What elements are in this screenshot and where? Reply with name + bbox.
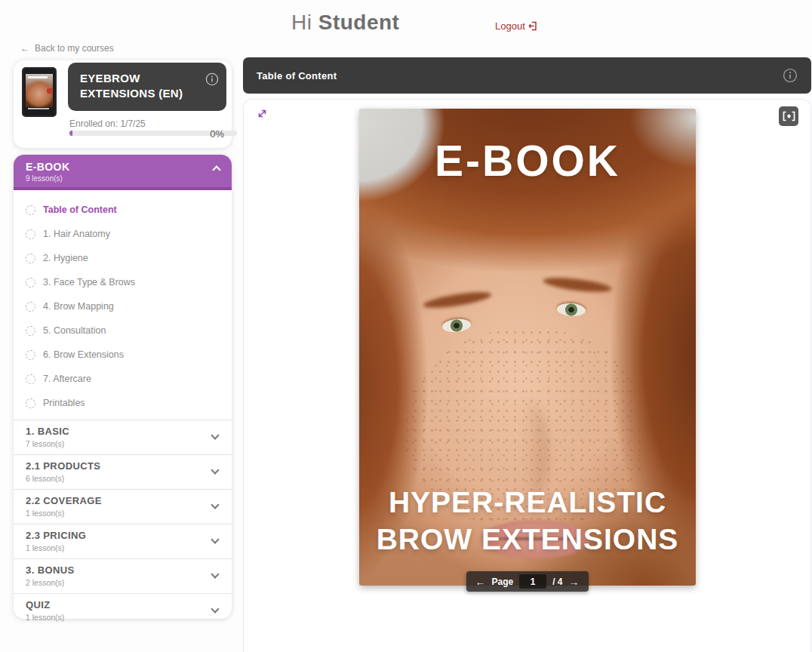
section-title: 2.2 COVERAGE [26, 495, 221, 506]
lesson-status-icon [26, 302, 35, 312]
section-lesson-count: 9 lesson(s) [26, 174, 221, 183]
greeting-username: Student [318, 11, 400, 34]
ebook-viewer-panel: E-BOOK HYPER-REALISTIC BROW EXTENSIONS ←… [243, 99, 811, 652]
lesson-label: 3. Face Type & Brows [43, 277, 135, 288]
section-title: 2.3 PRICING [26, 530, 221, 541]
section-header-quiz[interactable]: QUIZ 1 lesson(s) [14, 594, 232, 628]
section-header-pricing[interactable]: 2.3 PRICING 1 lesson(s) [14, 524, 232, 558]
lesson-title: Table of Content [257, 70, 783, 82]
logout-icon [528, 21, 538, 31]
course-progress-fill [69, 131, 72, 136]
section-header-ebook[interactable]: E-BOOK 9 lesson(s) [14, 155, 232, 190]
lesson-status-icon [26, 229, 35, 239]
section-header-basic[interactable]: 1. BASIC 7 lesson(s) [14, 420, 232, 454]
lesson-status-icon [26, 398, 35, 408]
lesson-label: 2. Hygiene [43, 253, 88, 263]
lesson-item-hygiene[interactable]: 2. Hygiene [14, 246, 232, 270]
lesson-item-brow-extensions[interactable]: 6. Brow Extensions [14, 343, 232, 367]
logout-label: Logout [495, 20, 525, 32]
lesson-label: Table of Content [43, 205, 117, 215]
ebook-cover-page[interactable]: E-BOOK HYPER-REALISTIC BROW EXTENSIONS [359, 109, 696, 586]
section-header-coverage[interactable]: 2.2 COVERAGE 1 lesson(s) [14, 490, 232, 524]
section-title: QUIZ [26, 599, 221, 610]
page-greeting: Hi Student [291, 11, 399, 35]
lesson-item-brow-mapping[interactable]: 4. Brow Mapping [14, 294, 232, 318]
lesson-label: 7. Aftercare [43, 374, 91, 384]
back-to-courses-link[interactable]: ← Back to my courses [20, 43, 114, 54]
lesson-item-table-of-content[interactable]: Table of Content [14, 198, 232, 222]
lesson-status-icon [26, 374, 35, 384]
back-link-label: Back to my courses [35, 43, 114, 54]
portrait-eye [441, 318, 471, 333]
cover-subtitle: HYPER-REALISTIC BROW EXTENSIONS [359, 484, 696, 558]
section-title: 3. BONUS [26, 564, 221, 576]
section-title: 1. BASIC [26, 426, 221, 437]
lesson-item-hair-anatomy[interactable]: 1. Hair Anatomy [14, 222, 232, 246]
section-header-products[interactable]: 2.1 PRODUCTS 6 lesson(s) [14, 455, 232, 489]
course-progress-percent: 0% [210, 128, 224, 140]
curriculum-panel: E-BOOK 9 lesson(s) Table of Content 1. H… [14, 155, 232, 619]
portrait-brow [422, 289, 492, 311]
section-header-bonus[interactable]: 3. BONUS 2 lesson(s) [14, 559, 232, 593]
page-label: Page [491, 577, 513, 587]
lesson-status-icon [26, 254, 35, 263]
next-page-icon[interactable]: → [569, 577, 580, 587]
section-title: 2.1 PRODUCTS [26, 460, 221, 472]
section-lesson-count: 7 lesson(s) [26, 439, 221, 448]
course-title: EYEBROW EXTENSIONS (EN) [80, 71, 201, 102]
course-info-icon[interactable] [205, 72, 219, 86]
course-title-box: EYEBROW EXTENSIONS (EN) [68, 63, 226, 111]
lesson-item-consultation[interactable]: 5. Consultation [14, 318, 232, 343]
lesson-label: Printables [43, 398, 85, 408]
cover-title: E-BOOK [359, 136, 696, 186]
section-title: E-BOOK [26, 161, 221, 173]
lesson-label: 5. Consultation [43, 325, 106, 336]
portrait-eye [556, 303, 586, 318]
prev-page-icon[interactable]: ← [475, 577, 485, 587]
page-navigation-bar: ← Page / 4 → [466, 571, 588, 592]
section-lesson-count: 6 lesson(s) [26, 474, 221, 483]
lesson-item-face-type[interactable]: 3. Face Type & Brows [14, 270, 232, 294]
lesson-label: 6. Brow Extensions [43, 349, 124, 360]
lesson-list: Table of Content 1. Hair Anatomy 2. Hygi… [14, 190, 232, 420]
cover-subtitle-line1: HYPER-REALISTIC [359, 484, 696, 521]
lesson-status-icon [26, 205, 35, 215]
back-arrow-icon: ← [20, 43, 29, 54]
lesson-label: 4. Brow Mapping [43, 301, 114, 312]
enrolled-date: Enrolled on: 1/7/25 [69, 118, 146, 129]
section-lesson-count: 1 lesson(s) [26, 509, 221, 518]
section-lesson-count: 2 lesson(s) [26, 578, 221, 587]
cover-subtitle-line2: BROW EXTENSIONS [359, 521, 696, 558]
fit-width-button[interactable] [779, 106, 798, 126]
greeting-prefix: Hi [291, 11, 318, 34]
lesson-info-icon[interactable] [783, 68, 798, 83]
lesson-item-printables[interactable]: Printables [14, 391, 232, 415]
portrait-brow [542, 275, 612, 294]
lesson-status-icon [26, 350, 35, 360]
lesson-label: 1. Hair Anatomy [43, 229, 110, 239]
course-card: EYEBROW EXTENSIONS (EN) Enrolled on: 1/7… [14, 60, 232, 148]
page-number-input[interactable] [519, 574, 546, 589]
section-lesson-count: 1 lesson(s) [26, 543, 221, 552]
lesson-status-icon [26, 278, 35, 288]
lesson-item-aftercare[interactable]: 7. Aftercare [14, 367, 232, 391]
course-thumbnail [22, 67, 57, 117]
page-total: / 4 [552, 577, 562, 587]
section-lesson-count: 1 lesson(s) [26, 613, 221, 622]
logout-button[interactable]: Logout [495, 20, 538, 32]
expand-icon[interactable] [257, 108, 270, 121]
lesson-status-icon [26, 326, 35, 336]
lesson-header-bar: Table of Content [243, 57, 811, 94]
